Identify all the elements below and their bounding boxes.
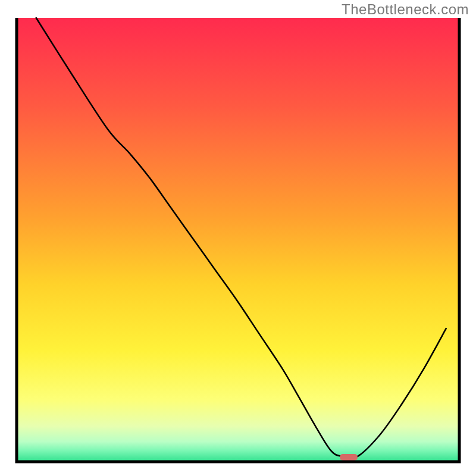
minimum-marker xyxy=(340,454,358,461)
plot-background xyxy=(17,18,459,462)
chart-svg xyxy=(0,0,476,476)
watermark-text: TheBottleneck.com xyxy=(342,1,469,18)
chart-container: TheBottleneck.com xyxy=(0,0,476,476)
